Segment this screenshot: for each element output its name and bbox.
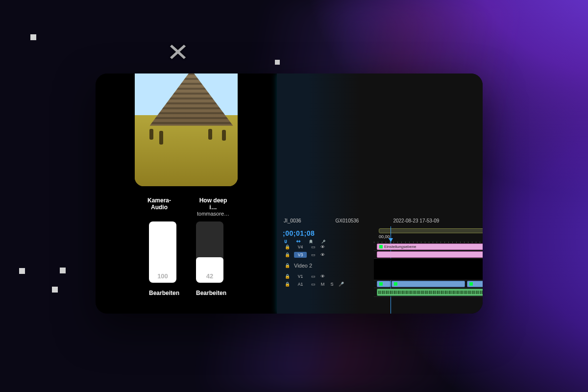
timeline-panel: JI_0036 GX010536 2022-08-23 17-53-09 ;00… (277, 216, 483, 314)
stage-background: ✕ Kamera-Audio How deep i… tomm (0, 0, 588, 392)
sync-lock-icon[interactable]: ▭ (311, 274, 316, 279)
track-header-row: 🔒 A1 ▭ M S 🎤 (277, 280, 374, 288)
mixer-edit-row: Bearbeiten Bearbeiten (149, 290, 223, 296)
sync-lock-icon[interactable]: ▭ (311, 252, 316, 258)
deco-square (60, 268, 66, 273)
clip-preview[interactable] (135, 74, 238, 186)
channel-title: Kamera-Audio (142, 197, 176, 211)
sequence-tabs: JI_0036 GX010536 2022-08-23 17-53-09 (277, 216, 483, 225)
lock-icon[interactable]: 🔒 (285, 263, 290, 269)
sequence-tab[interactable]: JI_0036 (284, 218, 301, 223)
clip[interactable] (467, 281, 483, 287)
track-name[interactable]: Video 2 (294, 263, 312, 269)
deco-square (30, 34, 36, 40)
close-x-decor: ✕ (167, 40, 189, 65)
channel-title: How deep i… (196, 197, 230, 211)
track-name[interactable]: V3 (294, 252, 307, 258)
fx-badge-icon (394, 282, 397, 286)
track-name[interactable]: V1 (294, 273, 307, 279)
deco-square (275, 60, 280, 65)
sequence-tab[interactable]: 2022-08-23 17-53-09 (393, 218, 439, 223)
track-lane-v4[interactable]: Einstellungsebene (374, 243, 483, 251)
preview-ground (135, 115, 238, 186)
track-header-row: 🔒 V1 ▭ 👁 (277, 272, 374, 280)
lock-icon[interactable]: 🔒 (285, 245, 290, 250)
track-lane-v2[interactable] (374, 259, 483, 280)
track-header-row: 🔒 V3 ▭ 👁 (277, 251, 374, 259)
mute-button[interactable]: M (320, 282, 325, 287)
lock-icon[interactable]: 🔒 (285, 274, 290, 279)
track-lane-a1[interactable] (374, 288, 483, 297)
track-header-row: 🔒 V4 ▭ 👁 (277, 243, 374, 251)
nle-panel: JI_0036 GX010536 2022-08-23 17-53-09 ;00… (277, 74, 483, 314)
audio-clip[interactable] (377, 289, 483, 296)
sync-lock-icon[interactable]: ▭ (311, 245, 316, 250)
track-lane-v1[interactable] (374, 280, 483, 288)
fader-value: 100 (149, 272, 176, 280)
sync-lock-icon[interactable]: ▭ (311, 282, 316, 287)
clip-adjustment-layer[interactable]: Einstellungsebene (377, 244, 483, 250)
fx-badge-icon (469, 282, 473, 286)
deco-square (52, 287, 58, 293)
channel-subtitle: tommasore… (196, 211, 230, 217)
eye-icon[interactable]: 👁 (320, 274, 325, 279)
edit-button[interactable]: Bearbeiten (149, 290, 176, 296)
track-header-row: 🔒 Video 2 (277, 259, 374, 272)
track-lanes[interactable]: Einstellungsebene (374, 243, 483, 314)
clip[interactable] (377, 251, 483, 258)
preview-person (222, 130, 226, 141)
fader-value: 42 (196, 272, 223, 280)
eye-icon[interactable]: 👁 (320, 252, 325, 258)
mobile-mixer-pane: Kamera-Audio How deep i… tommasore… 100 … (96, 74, 277, 314)
eye-icon[interactable]: 👁 (320, 245, 325, 250)
preview-person (159, 131, 163, 145)
track-headers: 🔒 V4 ▭ 👁 🔒 V3 ▭ 👁 🔒 Video 2 (277, 243, 374, 288)
fx-badge-icon (379, 282, 383, 286)
record-icon[interactable]: 🎤 (339, 282, 344, 287)
lock-icon[interactable]: 🔒 (285, 282, 290, 287)
lock-icon[interactable]: 🔒 (285, 252, 290, 258)
clip-label: Einstellungsebene (384, 245, 416, 249)
clip[interactable] (392, 281, 465, 287)
ruler-label: 00,00 (379, 234, 390, 239)
mixer-titles: Kamera-Audio How deep i… tommasore… (142, 197, 230, 217)
solo-button[interactable]: S (329, 282, 335, 287)
in-out-range[interactable] (379, 228, 483, 233)
preview-person (208, 129, 212, 140)
volume-fader-music[interactable]: 42 (196, 221, 223, 283)
preview-pyramid (150, 74, 233, 129)
track-name[interactable]: A1 (294, 281, 307, 287)
edit-button[interactable]: Bearbeiten (196, 290, 223, 296)
volume-fader-camera[interactable]: 100 (149, 221, 176, 283)
timecode-readout[interactable]: ;00;01;08 (283, 229, 315, 237)
sequence-tab[interactable]: GX010536 (336, 218, 359, 223)
track-name[interactable]: V4 (294, 244, 307, 250)
clip[interactable] (377, 281, 391, 287)
split-window: Kamera-Audio How deep i… tommasore… 100 … (96, 74, 483, 314)
deco-square (19, 268, 25, 274)
mixer-faders: 100 42 (149, 221, 223, 283)
preview-person (149, 129, 153, 140)
track-lane-v3[interactable] (374, 251, 483, 259)
fx-badge-icon (379, 245, 383, 248)
